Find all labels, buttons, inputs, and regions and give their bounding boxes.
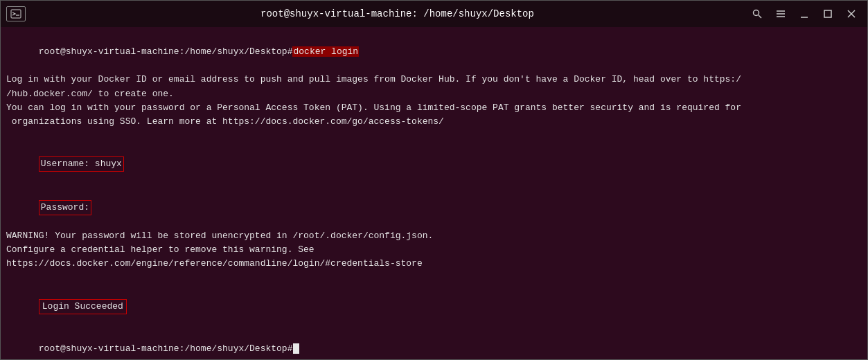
blank-line-1 — [6, 129, 862, 143]
search-button[interactable] — [747, 5, 768, 23]
info-line-2: /hub.docker.com/ to create one. — [6, 87, 862, 101]
info-line-3: You can log in with your password or a P… — [6, 101, 862, 115]
login-succeeded-text: Login Succeeded — [39, 299, 127, 314]
maximize-button[interactable] — [817, 5, 838, 23]
titlebar: root@shuyx-virtual-machine: /home/shuyx/… — [1, 1, 867, 27]
menu-button[interactable] — [770, 5, 791, 23]
svg-rect-8 — [824, 10, 831, 17]
warning-line-2: Configure a credential helper to remove … — [6, 243, 862, 257]
prompt-1: root@shuyx-virtual-machine:/home/shuyx/D… — [39, 46, 293, 57]
maximize-icon — [822, 8, 833, 19]
username-line: Username: shuyx — [6, 143, 862, 186]
titlebar-controls — [747, 5, 862, 23]
cursor — [293, 343, 299, 354]
search-icon — [752, 8, 763, 19]
command-line: root@shuyx-virtual-machine:/home/shuyx/D… — [6, 31, 862, 73]
warning-line-1: WARNING! Your password will be stored un… — [6, 229, 862, 243]
command-text: docker login — [292, 46, 359, 57]
minimize-button[interactable] — [794, 5, 815, 23]
terminal-body[interactable]: root@shuyx-virtual-machine:/home/shuyx/D… — [1, 27, 867, 359]
password-box: Password: — [39, 200, 91, 215]
password-line: Password: — [6, 186, 862, 229]
titlebar-left — [6, 6, 48, 21]
svg-line-3 — [759, 15, 761, 18]
close-icon — [846, 8, 857, 19]
titlebar-title: root@shuyx-virtual-machine: /home/shuyx/… — [48, 8, 747, 19]
blank-line-2 — [6, 271, 862, 285]
info-line-1: Log in with your Docker ID or email addr… — [6, 73, 862, 87]
prompt-2: root@shuyx-virtual-machine:/home/shuyx/D… — [39, 343, 293, 354]
info-line-4: organizations using SSO. Learn more at h… — [6, 115, 862, 129]
terminal-icon-svg — [10, 8, 21, 19]
svg-point-2 — [754, 10, 759, 16]
minimize-icon — [799, 8, 810, 19]
login-succeeded-line: Login Succeeded — [6, 285, 862, 328]
terminal-window: root@shuyx-virtual-machine: /home/shuyx/… — [0, 0, 868, 360]
terminal-icon — [6, 6, 26, 21]
username-box: Username: shuyx — [39, 156, 124, 172]
final-prompt-line: root@shuyx-virtual-machine:/home/shuyx/D… — [6, 328, 862, 359]
warning-line-3: https://docs.docker.com/engine/reference… — [6, 257, 862, 271]
close-button[interactable] — [841, 5, 862, 23]
menu-icon — [775, 8, 786, 19]
